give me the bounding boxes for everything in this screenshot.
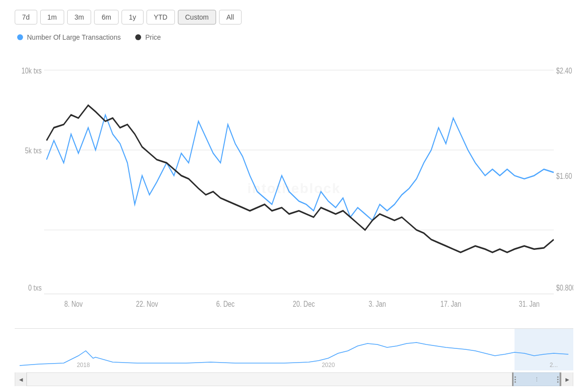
svg-text:$0.800000: $0.800000 [556, 283, 573, 293]
legend-price-label: Price [145, 33, 161, 41]
svg-text:3. Jan: 3. Jan [368, 299, 386, 308]
legend-price: Price [135, 33, 161, 41]
main-container: 7d 1m 3m 6m 1y YTD Custom All Number Of … [0, 0, 588, 392]
svg-text:31. Jan: 31. Jan [519, 299, 540, 308]
chart-legend: Number Of Large Transactions Price [15, 33, 573, 41]
scrollbar-track: ⋮ [27, 372, 561, 386]
svg-text:2020: 2020 [322, 362, 335, 368]
svg-text:22. Nov: 22. Nov [136, 299, 158, 308]
svg-text:10k txs: 10k txs [22, 66, 42, 75]
btn-3m[interactable]: 3m [67, 10, 91, 24]
svg-text:$2.40: $2.40 [556, 66, 572, 75]
legend-transactions: Number Of Large Transactions [17, 33, 121, 41]
btn-custom[interactable]: Custom [178, 10, 216, 24]
svg-text:6. Dec: 6. Dec [216, 299, 235, 308]
svg-text:$1.60: $1.60 [556, 171, 572, 180]
btn-all[interactable]: All [219, 10, 242, 24]
right-grip [557, 376, 559, 383]
legend-dot-price [135, 34, 141, 40]
btn-1m[interactable]: 1m [40, 10, 64, 24]
legend-dot-transactions [17, 34, 23, 40]
svg-rect-17 [15, 329, 573, 370]
chart-wrapper: intotheblock 10k txs 5k txs 0 txs $2.40 … [15, 51, 573, 387]
scrollbar-left-btn[interactable]: ◀ [15, 372, 27, 386]
navigator-area: 2018 2020 2... ◀ ⋮ [15, 328, 573, 387]
btn-7d[interactable]: 7d [15, 10, 37, 24]
svg-text:0 txs: 0 txs [28, 283, 42, 293]
navigator-svg: 2018 2020 2... [15, 329, 573, 370]
svg-rect-18 [514, 329, 573, 370]
legend-transactions-label: Number Of Large Transactions [27, 33, 121, 41]
svg-text:17. Jan: 17. Jan [441, 299, 462, 308]
time-range-selector: 7d 1m 3m 6m 1y YTD Custom All [15, 10, 573, 24]
chart-svg: 10k txs 5k txs 0 txs $2.40 $1.60 $0.8000… [15, 51, 573, 326]
svg-text:20. Dec: 20. Dec [293, 299, 315, 308]
transactions-line [47, 115, 554, 220]
scrollbar-handle[interactable]: ⋮ [512, 372, 561, 386]
svg-text:2018: 2018 [77, 362, 90, 368]
svg-text:2...: 2... [550, 362, 558, 368]
btn-1y[interactable]: 1y [122, 10, 144, 24]
scrollbar-right-btn[interactable]: ▶ [561, 372, 573, 386]
svg-text:8. Nov: 8. Nov [64, 299, 83, 308]
main-chart: intotheblock 10k txs 5k txs 0 txs $2.40 … [15, 51, 573, 326]
navigator-scrollbar[interactable]: ◀ ⋮ ▶ [15, 372, 573, 386]
btn-ytd[interactable]: YTD [147, 10, 175, 24]
svg-text:5k txs: 5k txs [25, 146, 42, 155]
btn-6m[interactable]: 6m [94, 10, 118, 24]
